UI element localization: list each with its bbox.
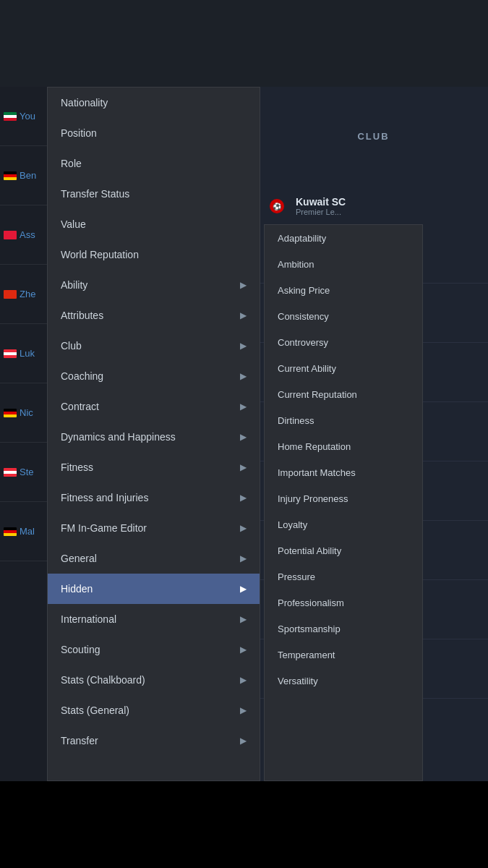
sub-dropdown-menu: Adaptability Ambition Asking Price Consi…	[264, 224, 423, 781]
kuwait-club-icon: ⚽	[270, 199, 284, 213]
sub-item-consistency[interactable]: Consistency	[265, 303, 422, 329]
menu-item-value[interactable]: Value	[48, 209, 260, 239]
sub-item-current-ability[interactable]: Current Ability	[265, 355, 422, 381]
flag-germany-1	[4, 409, 17, 417]
menu-item-coaching[interactable]: Coaching ▶	[48, 361, 260, 391]
menu-item-international[interactable]: International ▶	[48, 604, 260, 634]
partial-player-7: Mal	[0, 502, 47, 561]
arrow-stats-chalkboard: ▶	[240, 675, 247, 685]
menu-item-ability[interactable]: Ability ▶	[48, 270, 260, 300]
menu-item-stats-general[interactable]: Stats (General) ▶	[48, 695, 260, 726]
sub-item-loyalty[interactable]: Loyalty	[265, 511, 422, 537]
sub-item-injury-proneness[interactable]: Injury Proneness	[265, 485, 422, 511]
partial-name-7: Mal	[20, 526, 35, 537]
sub-item-temperament[interactable]: Temperament	[265, 642, 422, 668]
sub-item-ambition[interactable]: Ambition	[265, 251, 422, 277]
partial-name-2: Ass	[20, 229, 35, 240]
partial-name-1: Ben	[20, 170, 36, 181]
partial-player-1: Ben	[0, 146, 47, 205]
flag-germany-0	[4, 171, 17, 180]
menu-item-club[interactable]: Club ▶	[48, 331, 260, 361]
arrow-coaching: ▶	[240, 371, 247, 381]
partial-player-5: Nic	[0, 383, 47, 443]
menu-item-fitness[interactable]: Fitness ▶	[48, 452, 260, 482]
menu-item-attributes[interactable]: Attributes ▶	[48, 300, 260, 331]
flag-austria-1	[4, 468, 17, 477]
sub-item-professionalism[interactable]: Professionalism	[265, 590, 422, 616]
arrow-attributes: ▶	[240, 310, 247, 320]
menu-item-contract[interactable]: Contract ▶	[48, 391, 260, 422]
sub-item-important-matches[interactable]: Important Matches	[265, 459, 422, 485]
sub-item-dirtiness[interactable]: Dirtiness	[265, 407, 422, 433]
flag-cambodia	[4, 231, 17, 239]
arrow-stats-general: ▶	[240, 705, 247, 715]
menu-item-world-reputation[interactable]: World Reputation	[48, 239, 260, 270]
partial-name-5: Nic	[20, 407, 33, 418]
sub-item-asking-price[interactable]: Asking Price	[265, 277, 422, 303]
menu-item-fm-editor[interactable]: FM In-Game Editor ▶	[48, 513, 260, 543]
sub-item-home-reputation[interactable]: Home Reputation	[265, 433, 422, 459]
kuwait-league: Premier Le...	[296, 208, 346, 216]
left-player-list: You Ben Ass Zhe Luk Nic Ste Mal	[0, 87, 47, 781]
flag-china	[4, 290, 17, 299]
menu-item-scouting[interactable]: Scouting ▶	[48, 634, 260, 665]
partial-player-0: You	[0, 87, 47, 146]
menu-item-dynamics[interactable]: Dynamics and Happiness ▶	[48, 422, 260, 452]
arrow-club: ▶	[240, 341, 247, 351]
sub-item-current-reputation[interactable]: Current Reputation	[265, 381, 422, 407]
partial-player-2: Ass	[0, 205, 47, 265]
partial-name-4: Luk	[20, 348, 35, 359]
menu-item-stats-chalkboard[interactable]: Stats (Chalkboard) ▶	[48, 665, 260, 695]
arrow-international: ▶	[240, 614, 247, 624]
arrow-fitness-injuries: ▶	[240, 493, 247, 503]
sub-item-controversy[interactable]: Controversy	[265, 329, 422, 355]
arrow-fitness: ▶	[240, 462, 247, 472]
menu-item-general[interactable]: General ▶	[48, 543, 260, 574]
arrow-hidden: ▶	[240, 584, 247, 594]
menu-item-hidden[interactable]: Hidden ▶	[48, 574, 260, 604]
kuwait-club-row: ⚽ Kuwait SC Premier Le...	[259, 188, 488, 224]
arrow-general: ▶	[240, 553, 247, 563]
sub-item-versatility[interactable]: Versatility	[265, 668, 422, 694]
main-dropdown-menu: Nationality Position Role Transfer Statu…	[47, 87, 260, 781]
sub-item-adaptability[interactable]: Adaptability	[265, 225, 422, 251]
menu-item-position[interactable]: Position	[48, 118, 260, 148]
partial-player-4: Luk	[0, 324, 47, 383]
partial-player-3: Zhe	[0, 265, 47, 324]
sub-item-potential-ability[interactable]: Potential Ability	[265, 537, 422, 563]
arrow-scouting: ▶	[240, 644, 247, 655]
menu-item-role[interactable]: Role	[48, 148, 260, 179]
flag-austria-0	[4, 349, 17, 358]
menu-item-fitness-injuries[interactable]: Fitness and Injuries ▶	[48, 482, 260, 513]
sub-item-sportsmanship[interactable]: Sportsmanship	[265, 616, 422, 642]
arrow-fm-editor: ▶	[240, 523, 247, 533]
menu-item-transfer[interactable]: Transfer ▶	[48, 726, 260, 756]
club-label: CLUB	[357, 131, 389, 142]
arrow-dynamics: ▶	[240, 432, 247, 442]
kuwait-club-name: Kuwait SC	[296, 196, 346, 208]
arrow-transfer: ▶	[240, 736, 247, 746]
menu-item-nationality[interactable]: Nationality	[48, 88, 260, 118]
arrow-ability: ▶	[240, 280, 247, 290]
partial-name-3: Zhe	[20, 289, 35, 299]
menu-item-transfer-status[interactable]: Transfer Status	[48, 179, 260, 209]
bottom-bar	[0, 781, 488, 868]
flag-germany-2	[4, 527, 17, 536]
partial-name-6: Ste	[20, 467, 34, 477]
flag-kuwait	[4, 112, 17, 121]
club-section-header: CLUB	[259, 118, 488, 154]
sub-item-pressure[interactable]: Pressure	[265, 563, 422, 590]
partial-name-0: You	[20, 111, 35, 122]
arrow-contract: ▶	[240, 401, 247, 412]
partial-player-6: Ste	[0, 443, 47, 502]
